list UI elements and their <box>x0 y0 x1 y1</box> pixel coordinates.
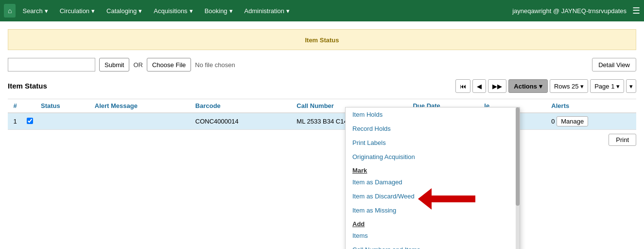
nav-search[interactable]: Search ▾ <box>17 4 52 18</box>
print-label: Print <box>616 136 629 143</box>
booking-dropdown-icon: ▾ <box>229 7 233 15</box>
hamburger-icon[interactable]: ☰ <box>632 5 640 16</box>
more-options-button[interactable]: ▾ <box>626 79 636 93</box>
first-page-icon: ⏮ <box>460 83 466 90</box>
submit-button[interactable]: Submit <box>99 58 129 71</box>
cell-status <box>37 113 91 130</box>
item-table: # Status Alert Message Barcode Call Numb… <box>8 99 636 130</box>
section-title: Item Status <box>8 82 47 90</box>
user-info: jayneqawright @ JAYNEQ-trnsrvupdates <box>512 7 627 15</box>
col-header-barcode: Barcode <box>191 99 293 113</box>
page-dropdown-icon: ▾ <box>616 83 620 90</box>
prev-page-button[interactable]: ◀ <box>472 79 486 93</box>
cell-barcode: CONC4000014 <box>191 113 293 130</box>
choose-file-button[interactable]: Choose File <box>147 58 191 71</box>
menu-section-mark: Mark <box>346 164 520 175</box>
no-file-label: No file chosen <box>195 61 235 69</box>
nav-right: jayneqawright @ JAYNEQ-trnsrvupdates ☰ <box>512 5 640 16</box>
table-row: 1 CONC4000014 ML 2533 B34 C14 6/17/2021 … <box>8 113 636 130</box>
detail-view-label: Detail View <box>598 61 630 69</box>
arrow-body <box>432 196 475 202</box>
actions-dropdown: Item Holds Record Holds Print Labels Ori… <box>345 107 520 249</box>
menu-section-add: Add <box>346 217 520 229</box>
barcode-input[interactable] <box>8 58 95 71</box>
col-header-status: Status <box>37 99 91 113</box>
cell-alerts: 0 Manage <box>547 113 636 130</box>
submit-label: Submit <box>104 61 124 69</box>
alert-count: 0 <box>551 118 555 125</box>
rows-label: Rows 25 <box>554 83 579 90</box>
first-page-button[interactable]: ⏮ <box>455 79 470 93</box>
cataloging-dropdown-icon: ▾ <box>139 7 142 15</box>
print-button[interactable]: Print <box>609 134 636 146</box>
nav-search-label: Search <box>22 7 42 15</box>
prev-page-icon: ◀ <box>477 83 482 90</box>
next-page-button[interactable]: ▶▶ <box>488 79 506 93</box>
menu-item-call-numbers-items[interactable]: Call Numbers and Items <box>346 243 520 249</box>
actions-button[interactable]: Actions ▾ <box>508 79 548 93</box>
home-button[interactable]: ⌂ <box>4 4 16 18</box>
form-row: Submit OR Choose File No file chosen Det… <box>8 58 636 71</box>
page-label: Page 1 <box>594 83 614 90</box>
cell-alert-message <box>91 113 191 130</box>
scrollbar-thumb <box>516 107 520 206</box>
top-nav: ⌂ Search ▾ Circulation ▾ Cataloging ▾ Ac… <box>0 0 644 21</box>
col-header-num: # <box>8 99 22 113</box>
col-header-alert-message: Alert Message <box>91 99 191 113</box>
administration-dropdown-icon: ▾ <box>286 7 290 15</box>
nav-cataloging-label: Cataloging <box>106 7 137 15</box>
page-title: Item Status <box>305 36 339 44</box>
menu-item-damaged[interactable]: Item as Damaged <box>346 175 520 189</box>
cell-row-num: 1 <box>8 113 22 130</box>
menu-item-record-holds[interactable]: Record Holds <box>346 122 520 136</box>
actions-dropdown-icon: ▾ <box>539 83 542 90</box>
manage-button[interactable]: Manage <box>557 116 588 126</box>
dropdown-scrollbar[interactable] <box>516 107 520 249</box>
actions-label: Actions <box>514 83 537 90</box>
nav-acquisitions-label: Acquisitions <box>154 7 187 15</box>
circulation-dropdown-icon: ▾ <box>91 7 95 15</box>
col-header-checkbox <box>22 99 37 113</box>
nav-administration-label: Administration <box>244 7 284 15</box>
detail-view-button[interactable]: Detail View <box>592 58 636 71</box>
nav-administration[interactable]: Administration ▾ <box>240 4 295 18</box>
arrow-head <box>418 188 432 210</box>
menu-item-print-labels[interactable]: Print Labels <box>346 136 520 150</box>
nav-cataloging[interactable]: Cataloging ▾ <box>102 4 147 18</box>
nav-acquisitions[interactable]: Acquisitions ▾ <box>149 4 197 18</box>
choose-file-label: Choose File <box>152 61 186 69</box>
search-dropdown-icon: ▾ <box>45 7 48 15</box>
nav-circulation[interactable]: Circulation ▾ <box>55 4 100 18</box>
menu-item-originating-acquisition[interactable]: Originating Acquisition <box>346 150 520 164</box>
page-button[interactable]: Page 1 ▾ <box>590 79 624 93</box>
or-label: OR <box>133 61 143 69</box>
print-area: Print <box>8 134 636 146</box>
menu-item-items[interactable]: Items <box>346 229 520 243</box>
nav-booking[interactable]: Booking ▾ <box>200 4 238 18</box>
cell-checkbox[interactable] <box>22 113 37 130</box>
red-arrow-annotation <box>418 188 475 210</box>
acquisitions-dropdown-icon: ▾ <box>190 7 193 15</box>
page-banner: Item Status <box>8 29 636 50</box>
next-page-icon: ▶▶ <box>492 83 502 90</box>
rows-dropdown-icon: ▾ <box>580 83 584 90</box>
more-options-icon: ▾ <box>629 83 633 90</box>
rows-button[interactable]: Rows 25 ▾ <box>550 79 588 93</box>
menu-item-holds[interactable]: Item Holds <box>346 107 520 122</box>
nav-circulation-label: Circulation <box>60 7 89 15</box>
main-content: Item Status Submit OR Choose File No fil… <box>0 21 644 249</box>
col-header-alerts: Alerts <box>547 99 636 113</box>
row-checkbox[interactable] <box>27 118 33 124</box>
nav-booking-label: Booking <box>205 7 227 15</box>
